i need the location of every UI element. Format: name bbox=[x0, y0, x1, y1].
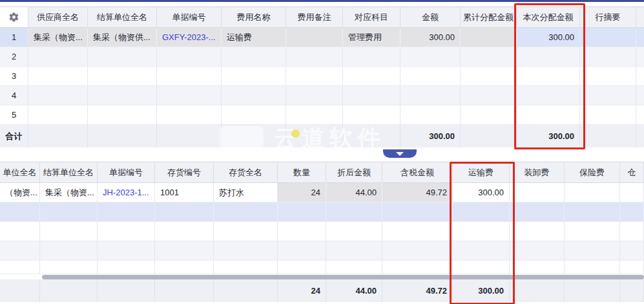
table-cell[interactable] bbox=[453, 222, 510, 241]
table-cell[interactable] bbox=[453, 261, 510, 274]
table-cell[interactable] bbox=[326, 241, 382, 261]
table-cell[interactable] bbox=[510, 222, 565, 241]
row-number-cell[interactable]: 3 bbox=[0, 67, 28, 86]
header-cell[interactable]: 结算单位全名 bbox=[40, 162, 98, 183]
table-cell[interactable] bbox=[510, 261, 565, 274]
horizontal-scrollbar-thumb[interactable] bbox=[42, 275, 644, 279]
table-cell[interactable] bbox=[461, 86, 517, 105]
table-cell[interactable] bbox=[636, 47, 644, 67]
header-cell[interactable]: 金额 bbox=[400, 6, 461, 28]
table-cell[interactable] bbox=[157, 105, 222, 125]
header-cell[interactable]: 存货全名 bbox=[214, 162, 278, 183]
table-cell[interactable] bbox=[565, 241, 620, 261]
table-cell[interactable] bbox=[0, 261, 40, 274]
table-cell[interactable] bbox=[343, 86, 400, 105]
table-cell[interactable] bbox=[155, 261, 214, 274]
table-cell[interactable] bbox=[636, 105, 644, 125]
document-link-cell[interactable]: JH-2023-1... bbox=[98, 183, 155, 202]
table-cell[interactable] bbox=[580, 67, 636, 86]
table-cell[interactable] bbox=[620, 261, 644, 274]
table-cell[interactable]: 苏打水 bbox=[214, 183, 278, 202]
table-cell[interactable] bbox=[286, 86, 343, 105]
table-cell[interactable] bbox=[278, 241, 326, 261]
table-cell[interactable] bbox=[155, 241, 214, 261]
row-number-cell[interactable]: 1 bbox=[0, 28, 28, 47]
header-cell[interactable]: 单据编号 bbox=[157, 6, 222, 28]
table-cell[interactable] bbox=[620, 202, 644, 222]
table-cell[interactable] bbox=[98, 241, 155, 261]
table-cell[interactable] bbox=[382, 241, 453, 261]
table-cell[interactable] bbox=[222, 105, 286, 125]
table-cell[interactable] bbox=[382, 261, 453, 274]
header-cell[interactable]: 存货编号 bbox=[155, 162, 214, 183]
row-number-cell[interactable]: 4 bbox=[0, 86, 28, 105]
header-cell[interactable]: 运输费 bbox=[453, 162, 510, 183]
header-cell[interactable]: 结算单位全名 bbox=[88, 6, 157, 28]
table-cell[interactable] bbox=[400, 47, 461, 67]
table-cell[interactable] bbox=[88, 47, 157, 67]
table-cell[interactable] bbox=[222, 86, 286, 105]
table-cell[interactable] bbox=[286, 47, 343, 67]
header-cell[interactable]: 折后金额 bbox=[326, 162, 382, 183]
table-cell[interactable] bbox=[0, 241, 40, 261]
table-cell[interactable] bbox=[28, 47, 88, 67]
table-cell[interactable] bbox=[565, 202, 620, 222]
table-cell[interactable] bbox=[580, 86, 636, 105]
table-cell[interactable] bbox=[326, 202, 382, 222]
table-cell[interactable] bbox=[28, 105, 88, 125]
table-cell[interactable] bbox=[278, 222, 326, 241]
header-cell[interactable]: 供应商全名 bbox=[28, 6, 88, 28]
table-cell[interactable] bbox=[400, 105, 461, 125]
table-cell[interactable] bbox=[461, 28, 517, 47]
table-cell[interactable]: 300.00 bbox=[453, 183, 510, 202]
table-cell[interactable] bbox=[620, 222, 644, 241]
table-cell[interactable] bbox=[28, 86, 88, 105]
table-cell[interactable] bbox=[453, 202, 510, 222]
table-cell[interactable]: 集采（物资... bbox=[28, 28, 88, 47]
settings-gear-icon[interactable] bbox=[8, 12, 19, 23]
table-cell[interactable] bbox=[461, 67, 517, 86]
collapse-panel-button[interactable] bbox=[383, 149, 417, 158]
header-cell[interactable]: 对应科目 bbox=[343, 6, 400, 28]
table-cell[interactable]: 300.00 bbox=[400, 28, 461, 47]
table-cell[interactable] bbox=[28, 67, 88, 86]
header-cell[interactable]: 行摘要 bbox=[580, 6, 636, 28]
header-cell[interactable]: 数量 bbox=[278, 162, 326, 183]
table-cell[interactable] bbox=[40, 222, 98, 241]
row-number-cell[interactable]: 5 bbox=[0, 105, 28, 125]
table-cell[interactable] bbox=[286, 105, 343, 125]
table-cell[interactable] bbox=[517, 105, 580, 125]
table-cell[interactable] bbox=[214, 241, 278, 261]
header-cell[interactable]: 累计分配金额 bbox=[461, 6, 517, 28]
table-cell[interactable] bbox=[326, 261, 382, 274]
table-cell[interactable] bbox=[98, 222, 155, 241]
header-cell[interactable]: 装卸费 bbox=[510, 162, 565, 183]
header-cell[interactable]: 费用备注 bbox=[286, 6, 343, 28]
table-cell[interactable] bbox=[88, 86, 157, 105]
table-cell[interactable]: 44.00 bbox=[326, 183, 382, 202]
table-cell[interactable]: 管理费用 bbox=[343, 28, 400, 47]
table-cell[interactable] bbox=[157, 86, 222, 105]
table-cell[interactable] bbox=[0, 222, 40, 241]
table-cell[interactable]: 49.72 bbox=[382, 183, 453, 202]
table-cell[interactable] bbox=[343, 67, 400, 86]
table-cell[interactable] bbox=[286, 67, 343, 86]
table-cell[interactable] bbox=[278, 261, 326, 274]
table-cell[interactable] bbox=[222, 67, 286, 86]
table-cell[interactable] bbox=[517, 86, 580, 105]
table-cell[interactable] bbox=[326, 222, 382, 241]
table-cell[interactable] bbox=[157, 67, 222, 86]
table-cell[interactable] bbox=[98, 202, 155, 222]
table-cell[interactable]: （物资... bbox=[0, 183, 40, 202]
table-cell[interactable] bbox=[400, 67, 461, 86]
table-cell[interactable] bbox=[636, 67, 644, 86]
table-cell[interactable] bbox=[286, 28, 343, 47]
header-cell[interactable] bbox=[636, 6, 644, 28]
header-cell[interactable]: 保险费 bbox=[565, 162, 620, 183]
table-cell[interactable]: 集采（物资供... bbox=[88, 28, 157, 47]
table-cell[interactable] bbox=[510, 202, 565, 222]
table-cell[interactable] bbox=[636, 86, 644, 105]
table-cell[interactable] bbox=[400, 86, 461, 105]
row-number-cell[interactable]: 2 bbox=[0, 47, 28, 67]
header-cell[interactable]: 单位全名 bbox=[0, 162, 40, 183]
